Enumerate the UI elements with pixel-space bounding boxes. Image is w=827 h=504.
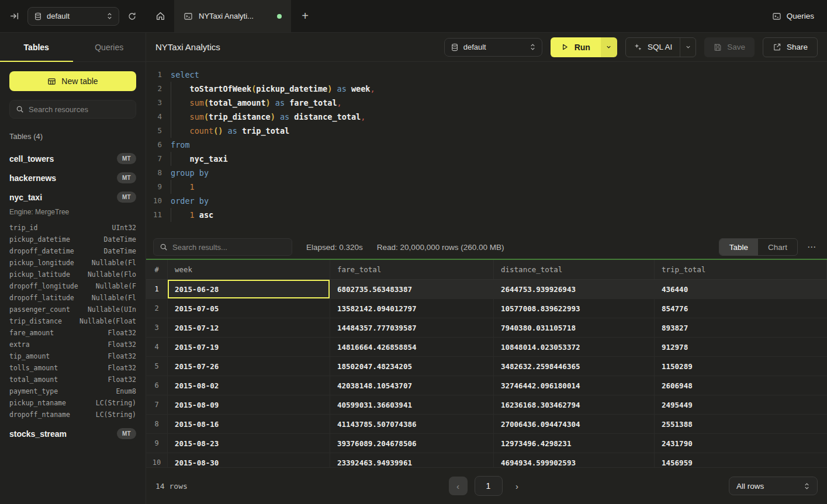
cell-trip-total[interactable]: 2551388 (655, 415, 827, 433)
editor-line[interactable]: 111 asc (146, 208, 827, 222)
selected-cell[interactable]: 2015-06-28 (168, 280, 330, 298)
cell-fare-total[interactable]: 6802735.563483387 (330, 280, 494, 298)
cell-week[interactable]: 2015-07-05 (168, 299, 330, 318)
database-selector[interactable]: default (27, 7, 119, 26)
cell-trip-total[interactable]: 1456959 (655, 453, 827, 467)
cell-fare-total[interactable]: 41143785.507074386 (330, 415, 494, 433)
new-table-button[interactable]: New table (9, 71, 136, 91)
column-header-distance-total[interactable]: distance_total (494, 260, 655, 279)
row-index[interactable]: 3 (146, 318, 168, 337)
cell-distance-total[interactable]: 16236168.303462794 (494, 395, 655, 414)
cell-trip-total[interactable]: 2606948 (655, 376, 827, 395)
cell-fare-total[interactable]: 14816664.426858854 (330, 338, 494, 356)
cell-distance-total[interactable]: 12973496.4298231 (494, 434, 655, 453)
page-size-selector[interactable]: All rows (729, 477, 818, 495)
cell-distance-total[interactable]: 32746442.096180014 (494, 376, 655, 395)
cell-week[interactable]: 2015-08-02 (168, 376, 330, 395)
cell-distance-total[interactable]: 10848014.023053372 (494, 338, 655, 356)
home-button[interactable] (146, 0, 174, 32)
column-header-week[interactable]: week (168, 260, 330, 279)
cell-fare-total[interactable]: 13582142.094012797 (330, 299, 494, 318)
cell-trip-total[interactable]: 2495449 (655, 395, 827, 414)
column-header-fare-total[interactable]: fare_total (330, 260, 494, 279)
cell-fare-total[interactable]: 39376089.204678506 (330, 434, 494, 453)
cell-trip-total[interactable]: 912978 (655, 338, 827, 356)
row-index[interactable]: 4 (146, 338, 168, 356)
row-index[interactable]: 7 (146, 395, 168, 414)
cell-week[interactable]: 2015-08-23 (168, 434, 330, 453)
row-index[interactable]: 1 (146, 280, 168, 298)
new-tab-button[interactable]: + (291, 0, 319, 32)
row-index[interactable]: 2 (146, 299, 168, 318)
editor-line[interactable]: 91 (146, 180, 827, 194)
cell-trip-total[interactable]: 2431790 (655, 434, 827, 453)
share-button[interactable]: Share (763, 37, 818, 57)
sidebar-tab-tables[interactable]: Tables (0, 33, 73, 61)
query-database-selector[interactable]: default (444, 38, 542, 57)
results-search-input[interactable] (172, 243, 286, 252)
results-more-button[interactable]: ⋯ (804, 242, 820, 252)
sql-editor[interactable]: 1select2toStartOfWeek(pickup_datetime) a… (146, 62, 827, 235)
prev-page-button[interactable]: ‹ (449, 477, 468, 495)
cell-trip-total[interactable]: 893827 (655, 318, 827, 337)
cell-fare-total[interactable]: 40599031.36603941 (330, 395, 494, 414)
cell-fare-total[interactable]: 23392463.94939961 (330, 453, 494, 467)
cell-week[interactable]: 2015-08-09 (168, 395, 330, 414)
refresh-icon[interactable] (127, 12, 137, 21)
cell-distance-total[interactable]: 7940380.031105718 (494, 318, 655, 337)
current-page[interactable]: 1 (475, 476, 503, 496)
cell-fare-total[interactable]: 18502047.48234205 (330, 357, 494, 376)
run-button[interactable]: Run (551, 37, 617, 57)
row-index[interactable]: 5 (146, 357, 168, 376)
sql-ai-button[interactable]: SQL AI (625, 37, 696, 57)
column-header-index[interactable]: # (146, 260, 168, 279)
table-item-cell_towers[interactable]: cell_towersMT (9, 149, 136, 168)
row-index[interactable]: 9 (146, 434, 168, 453)
cell-week[interactable]: 2015-07-12 (168, 318, 330, 337)
editor-line[interactable]: 7nyc_taxi (146, 152, 827, 166)
row-index[interactable]: 8 (146, 415, 168, 433)
view-tab-chart[interactable]: Chart (758, 239, 797, 255)
editor-line[interactable]: 8group by (146, 166, 827, 180)
cell-distance-total[interactable]: 2644753.939926943 (494, 280, 655, 298)
next-page-button[interactable]: › (510, 477, 525, 495)
cell-week[interactable]: 2015-07-19 (168, 338, 330, 356)
table-item-hackernews[interactable]: hackernewsMT (9, 168, 136, 187)
row-index[interactable]: 10 (146, 453, 168, 467)
cell-distance-total[interactable]: 3482632.2598446365 (494, 357, 655, 376)
cell-trip-total[interactable]: 1150289 (655, 357, 827, 376)
results-search[interactable] (153, 238, 292, 256)
sidebar-search-input[interactable] (29, 105, 130, 114)
tab-nytaxi-analytics[interactable]: NYTaxi Analyti... (174, 0, 291, 32)
editor-line[interactable]: 5count() as trip_total (146, 124, 827, 138)
save-button[interactable]: Save (704, 37, 755, 57)
cell-week[interactable]: 2015-08-16 (168, 415, 330, 433)
cell-trip-total[interactable]: 436440 (655, 280, 827, 298)
cell-fare-total[interactable]: 14484357.777039587 (330, 318, 494, 337)
editor-line[interactable]: 10order by (146, 194, 827, 208)
sql-ai-caret[interactable] (680, 38, 695, 57)
collapse-sidebar-icon[interactable] (9, 11, 19, 21)
sidebar-search[interactable] (9, 100, 136, 119)
cell-distance-total[interactable]: 27006436.094474304 (494, 415, 655, 433)
cell-fare-total[interactable]: 42038148.10543707 (330, 376, 494, 395)
run-options-caret[interactable] (601, 37, 617, 57)
sidebar-tab-queries[interactable]: Queries (73, 33, 146, 61)
editor-line[interactable]: 6from (146, 138, 827, 152)
row-index[interactable]: 6 (146, 376, 168, 395)
table-item-nyc_taxi[interactable]: nyc_taxiMT (9, 187, 136, 207)
cell-week[interactable]: 2015-08-30 (168, 453, 330, 467)
view-tab-table[interactable]: Table (719, 239, 758, 255)
editor-line[interactable]: 1select (146, 68, 827, 82)
cell-distance-total[interactable]: 4694934.599902593 (494, 453, 655, 467)
cell-trip-total[interactable]: 854776 (655, 299, 827, 318)
editor-line[interactable]: 2toStartOfWeek(pickup_datetime) as week, (146, 82, 827, 96)
table-item-stocks_stream[interactable]: stocks_streamMT (9, 424, 136, 443)
editor-line[interactable]: 3sum(total_amount) as fare_total, (146, 96, 827, 110)
column-header-trip-total[interactable]: trip_total (655, 260, 827, 279)
editor-line[interactable]: 4sum(trip_distance) as distance_total, (146, 110, 827, 124)
queries-button[interactable]: Queries (772, 12, 814, 21)
cell-distance-total[interactable]: 10577008.839622993 (494, 299, 655, 318)
cell-week[interactable]: 2015-07-26 (168, 357, 330, 376)
column-row: tip_amountFloat32 (9, 350, 136, 362)
